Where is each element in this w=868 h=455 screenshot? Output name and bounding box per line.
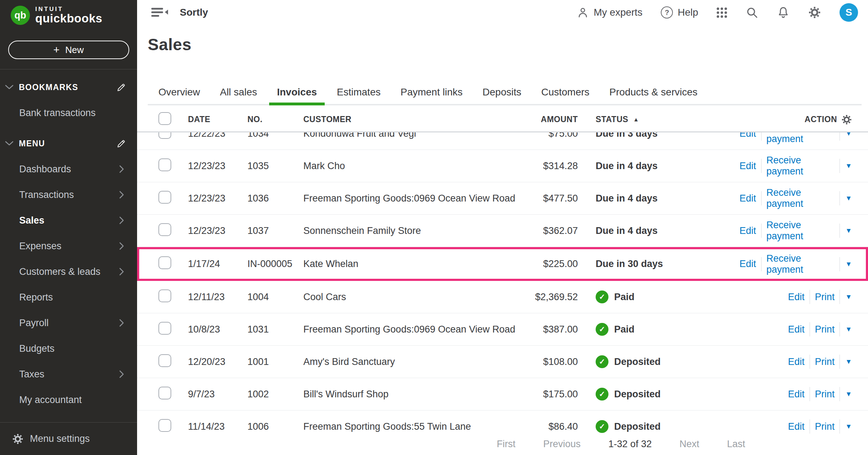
edit-menu-button[interactable] <box>116 138 126 148</box>
pagination-first-button[interactable]: First <box>497 439 515 450</box>
sidebar-item-expenses[interactable]: Expenses <box>0 233 137 259</box>
receive-payment-link[interactable]: Receive payment <box>761 187 840 209</box>
edit-link[interactable]: Edit <box>734 161 761 172</box>
search-icon[interactable] <box>746 6 758 19</box>
pagination-last-button[interactable]: Last <box>727 439 745 450</box>
notifications-bell-icon[interactable] <box>777 6 790 19</box>
column-header-no[interactable]: NO. <box>247 115 303 124</box>
cell-date: 9/7/23 <box>188 389 247 400</box>
tab-customers[interactable]: Customers <box>541 87 589 104</box>
print-link[interactable]: Print <box>810 356 840 367</box>
action-dropdown-caret[interactable]: ▼ <box>840 132 852 137</box>
column-header-customer[interactable]: CUSTOMER <box>303 115 517 124</box>
cell-customer: Kate Whelan <box>303 258 517 270</box>
sidebar-item-payroll[interactable]: Payroll <box>0 310 137 336</box>
cell-status: Due in 4 days <box>596 161 734 172</box>
action-dropdown-caret[interactable]: ▼ <box>840 227 852 235</box>
cell-action: Edit Print ▼ <box>734 290 852 304</box>
edit-link[interactable]: Edit <box>783 324 810 335</box>
tab-deposits[interactable]: Deposits <box>482 87 521 104</box>
avatar[interactable]: S <box>840 3 858 22</box>
row-checkbox[interactable] <box>158 132 171 139</box>
sidebar-item-customers-leads[interactable]: Customers & leads <box>0 259 137 284</box>
cell-invoice-number: 1031 <box>247 324 303 335</box>
help-button[interactable]: ? Help <box>661 6 698 19</box>
tab-invoices[interactable]: Invoices <box>277 87 317 104</box>
row-checkbox[interactable] <box>158 289 171 302</box>
new-button[interactable]: + New <box>8 41 129 59</box>
cell-invoice-number: IN-000005 <box>247 258 303 270</box>
action-dropdown-caret[interactable]: ▼ <box>840 390 852 398</box>
cell-date: 10/8/23 <box>188 324 247 335</box>
edit-link[interactable]: Edit <box>734 258 761 270</box>
print-link[interactable]: Print <box>810 324 840 335</box>
cell-customer: Freeman Sporting Goods:55 Twin Lane <box>303 421 517 432</box>
row-checkbox[interactable] <box>158 419 171 432</box>
apps-grid-icon[interactable] <box>717 7 727 18</box>
cell-invoice-number: 1034 <box>247 132 303 139</box>
print-link[interactable]: Print <box>810 389 840 400</box>
chevron-down-icon <box>5 85 14 90</box>
sidebar-item-my-accountant[interactable]: My accountant <box>0 387 137 413</box>
edit-link[interactable]: Edit <box>734 225 761 236</box>
receive-payment-link[interactable]: Receive payment <box>761 155 840 177</box>
receive-payment-link[interactable]: Receive payment <box>761 253 840 275</box>
cell-status: ✓ Deposited <box>596 420 734 433</box>
tab-estimates[interactable]: Estimates <box>337 87 381 104</box>
print-link[interactable]: Print <box>810 292 840 303</box>
action-dropdown-caret[interactable]: ▼ <box>840 293 852 301</box>
paid-check-icon: ✓ <box>596 291 608 303</box>
print-link[interactable]: Print <box>810 421 840 432</box>
table-settings-gear-icon[interactable] <box>841 114 852 125</box>
edit-link[interactable]: Edit <box>734 193 761 204</box>
collapse-sidebar-icon[interactable] <box>151 8 169 17</box>
topbar: Sortly My experts ? Help <box>137 0 868 25</box>
row-checkbox[interactable] <box>158 158 171 171</box>
edit-link[interactable]: Edit <box>783 389 810 400</box>
receive-payment-link[interactable]: Receive payment <box>761 220 840 242</box>
select-all-checkbox[interactable] <box>158 112 171 125</box>
pagination-previous-button[interactable]: Previous <box>543 439 581 450</box>
sidebar-item-reports[interactable]: Reports <box>0 284 137 310</box>
sidebar-item-bank-transactions[interactable]: Bank transactions <box>0 100 137 126</box>
edit-link[interactable]: Edit <box>783 292 810 303</box>
row-checkbox[interactable] <box>158 387 171 399</box>
paid-check-icon: ✓ <box>596 323 608 336</box>
menu-settings-button[interactable]: Menu settings <box>0 422 137 455</box>
sidebar-item-sales[interactable]: Sales <box>0 208 137 233</box>
column-header-amount[interactable]: AMOUNT <box>517 115 596 124</box>
my-experts-button[interactable]: My experts <box>577 6 642 19</box>
edit-link[interactable]: Edit <box>783 421 810 432</box>
action-dropdown-caret[interactable]: ▼ <box>840 194 852 202</box>
tab-payment-links[interactable]: Payment links <box>401 87 462 104</box>
tab-overview[interactable]: Overview <box>158 87 200 104</box>
action-dropdown-caret[interactable]: ▼ <box>840 260 852 268</box>
row-checkbox[interactable] <box>158 322 171 335</box>
action-dropdown-caret[interactable]: ▼ <box>840 162 852 170</box>
action-dropdown-caret[interactable]: ▼ <box>840 423 852 430</box>
sidebar-item-dashboards[interactable]: Dashboards <box>0 156 137 182</box>
row-checkbox[interactable] <box>158 191 171 204</box>
sidebar-item-budgets[interactable]: Budgets <box>0 336 137 361</box>
settings-gear-icon[interactable] <box>808 6 821 19</box>
row-checkbox[interactable] <box>158 256 171 269</box>
sidebar-item-taxes[interactable]: Taxes <box>0 361 137 387</box>
tab-all-sales[interactable]: All sales <box>220 87 257 104</box>
column-header-date[interactable]: DATE <box>188 115 247 124</box>
column-header-status[interactable]: STATUS ▲ <box>596 115 734 124</box>
receive-payment-link[interactable]: Receive payment <box>761 132 840 145</box>
row-checkbox[interactable] <box>158 354 171 367</box>
edit-link[interactable]: Edit <box>734 132 761 139</box>
sidebar-item-label: Sales <box>19 215 45 226</box>
action-dropdown-caret[interactable]: ▼ <box>840 358 852 366</box>
pagination-next-button[interactable]: Next <box>679 439 699 450</box>
action-dropdown-caret[interactable]: ▼ <box>840 325 852 333</box>
menu-section-header[interactable]: MENU <box>0 131 137 156</box>
chevron-right-icon <box>119 319 124 327</box>
bookmarks-section-header[interactable]: BOOKMARKS <box>0 74 137 100</box>
sidebar-item-transactions[interactable]: Transactions <box>0 182 137 208</box>
row-checkbox[interactable] <box>158 223 171 236</box>
edit-bookmarks-button[interactable] <box>116 82 126 92</box>
tab-products-services[interactable]: Products & services <box>610 87 697 104</box>
edit-link[interactable]: Edit <box>783 356 810 367</box>
